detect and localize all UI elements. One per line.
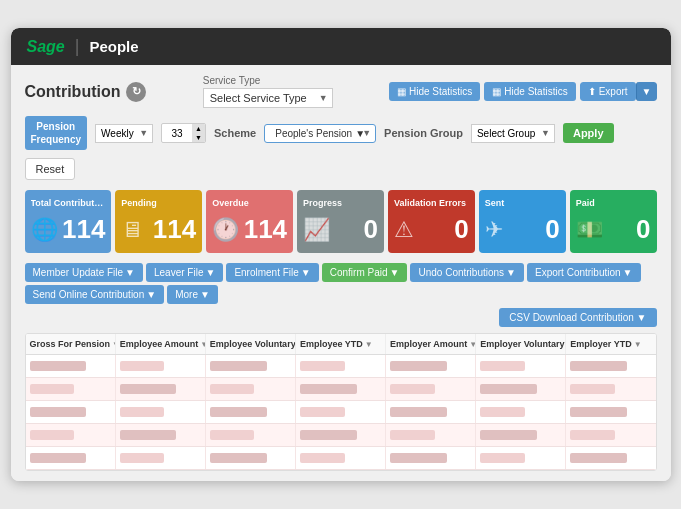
stepper-up-button[interactable]: ▲ bbox=[192, 124, 205, 133]
main-window: Sage | People Contribution ↻ Service Typ… bbox=[11, 28, 671, 481]
scheme-select-button[interactable]: People's Pension ▼ bbox=[264, 124, 376, 143]
stat-value-paid: 0 bbox=[636, 214, 650, 245]
csv-download-button[interactable]: CSV Download Contribution ▼ bbox=[499, 308, 656, 327]
send-online-label: Send Online Contribution bbox=[33, 289, 145, 300]
stat-value-contributing: 114 bbox=[62, 214, 105, 245]
stat-card-paid: Paid 💵 0 bbox=[570, 190, 657, 253]
table-header: Gross For Pension ▼ Employee Amount ▼ Em… bbox=[26, 334, 656, 355]
undo-chevron: ▼ bbox=[506, 267, 516, 278]
reset-button[interactable]: Reset bbox=[25, 158, 76, 180]
stepper-down-button[interactable]: ▼ bbox=[192, 133, 205, 142]
number-input[interactable]: 33 bbox=[162, 126, 192, 141]
money-icon: 💵 bbox=[576, 217, 603, 243]
sage-logo: Sage bbox=[27, 38, 65, 56]
enrolment-chevron: ▼ bbox=[301, 267, 311, 278]
service-type-wrapper: Select Service Type bbox=[203, 88, 333, 108]
th-employer-ytd-sort-icon: ▼ bbox=[634, 340, 642, 349]
cell bbox=[26, 447, 116, 469]
cell bbox=[116, 424, 206, 446]
stat-body-pending: 🖥 114 bbox=[121, 214, 196, 245]
apply-button[interactable]: Apply bbox=[563, 123, 614, 143]
frequency-select[interactable]: Weekly bbox=[95, 124, 153, 143]
cell bbox=[116, 447, 206, 469]
scheme-value: People's Pension bbox=[275, 128, 352, 139]
hide-stats-1-label: Hide Statistics bbox=[409, 86, 472, 97]
pension-group-label: Pension Group bbox=[384, 127, 463, 139]
th-emp-ytd-label: Employee YTD bbox=[300, 339, 363, 349]
member-update-chevron: ▼ bbox=[125, 267, 135, 278]
sync-icon[interactable]: ↻ bbox=[126, 82, 146, 102]
export-label: Export bbox=[599, 86, 628, 97]
more-button[interactable]: More ▼ bbox=[167, 285, 218, 304]
scheme-select-wrapper: People's Pension ▼ bbox=[264, 124, 376, 143]
row-cells bbox=[26, 447, 656, 470]
main-content: Contribution ↻ Service Type Select Servi… bbox=[11, 65, 671, 481]
th-employee-ytd[interactable]: Employee YTD ▼ bbox=[296, 334, 386, 354]
stat-body-contributing: 🌐 114 bbox=[31, 214, 106, 245]
table-row bbox=[26, 355, 656, 378]
cell bbox=[296, 378, 386, 400]
cell bbox=[296, 355, 386, 377]
th-gross-pension[interactable]: Gross For Pension ▼ bbox=[26, 334, 116, 354]
th-employer-amount[interactable]: Employer Amount ▼ bbox=[386, 334, 476, 354]
more-label: More bbox=[175, 289, 198, 300]
th-employer-voluntary[interactable]: Employer Voluntary A... ▼ bbox=[476, 334, 566, 354]
stat-card-contributing: Total Contributing 🌐 114 bbox=[25, 190, 112, 253]
csv-chevron: ▼ bbox=[637, 312, 647, 323]
confirm-paid-button[interactable]: Confirm Paid ▼ bbox=[322, 263, 408, 282]
export-contribution-button[interactable]: Export Contribution ▼ bbox=[527, 263, 641, 282]
contributions-table: Gross For Pension ▼ Employee Amount ▼ Em… bbox=[25, 333, 657, 471]
stat-value-validation: 0 bbox=[454, 214, 468, 245]
hide-stats-1-button[interactable]: ▦ Hide Statistics bbox=[389, 82, 480, 101]
stat-body-overdue: 🕐 114 bbox=[212, 214, 287, 245]
cell bbox=[26, 401, 116, 423]
scheme-label: Scheme bbox=[214, 127, 256, 139]
leaver-file-button[interactable]: Leaver File ▼ bbox=[146, 263, 223, 282]
export-group: ⬆ Export ▼ bbox=[580, 82, 657, 101]
row-cells bbox=[26, 378, 656, 401]
stat-card-validation: Validation Errors ⚠ 0 bbox=[388, 190, 475, 253]
confirm-paid-label: Confirm Paid bbox=[330, 267, 388, 278]
number-stepper: 33 ▲ ▼ bbox=[161, 123, 206, 143]
group-select-wrapper: Select Group bbox=[471, 123, 555, 143]
controls-row: Pension Frequency Weekly 33 ▲ ▼ Scheme P… bbox=[25, 116, 657, 180]
send-online-contribution-button[interactable]: Send Online Contribution ▼ bbox=[25, 285, 165, 304]
th-employee-amount[interactable]: Employee Amount ▼ bbox=[116, 334, 206, 354]
stat-value-overdue: 114 bbox=[244, 214, 287, 245]
stat-value-progress: 0 bbox=[363, 214, 377, 245]
leaver-file-chevron: ▼ bbox=[205, 267, 215, 278]
stat-body-validation: ⚠ 0 bbox=[394, 214, 469, 245]
globe-icon: 🌐 bbox=[31, 217, 58, 243]
stat-value-pending: 114 bbox=[153, 214, 196, 245]
cell bbox=[476, 447, 566, 469]
th-emp-ytd-sort-icon: ▼ bbox=[365, 340, 373, 349]
table-row bbox=[26, 378, 656, 401]
enrolment-file-button[interactable]: Enrolment File ▼ bbox=[226, 263, 318, 282]
th-employee-voluntary[interactable]: Employee Voluntary... ▼ bbox=[206, 334, 296, 354]
hide-stats-2-label: Hide Statistics bbox=[504, 86, 567, 97]
stat-body-progress: 📈 0 bbox=[303, 214, 378, 245]
th-employer-ytd[interactable]: Employer YTD ▼ bbox=[566, 334, 655, 354]
cell bbox=[566, 424, 655, 446]
table-row bbox=[26, 424, 656, 447]
stat-body-sent: ✈ 0 bbox=[485, 214, 560, 245]
member-update-file-button[interactable]: Member Update File ▼ bbox=[25, 263, 144, 282]
export-button[interactable]: ⬆ Export bbox=[580, 82, 636, 101]
cell bbox=[566, 401, 655, 423]
contribution-label: Contribution bbox=[25, 83, 121, 101]
header-divider: | bbox=[75, 36, 80, 57]
top-bar: Contribution ↻ Service Type Select Servi… bbox=[25, 75, 657, 108]
cell bbox=[386, 401, 476, 423]
stat-title-overdue: Overdue bbox=[212, 198, 287, 208]
hide-stats-2-button[interactable]: ▦ Hide Statistics bbox=[484, 82, 575, 101]
service-type-select[interactable]: Select Service Type bbox=[203, 88, 333, 108]
export-dropdown-button[interactable]: ▼ bbox=[636, 82, 657, 101]
undo-contributions-button[interactable]: Undo Contributions ▼ bbox=[410, 263, 524, 282]
cell bbox=[296, 401, 386, 423]
group-select[interactable]: Select Group bbox=[471, 124, 555, 143]
undo-contributions-label: Undo Contributions bbox=[418, 267, 504, 278]
th-emp-vol-label: Employee Voluntary... bbox=[210, 339, 296, 349]
frequency-select-wrapper: Weekly bbox=[95, 123, 153, 143]
th-emp-amount-label: Employee Amount bbox=[120, 339, 199, 349]
cell bbox=[296, 447, 386, 469]
